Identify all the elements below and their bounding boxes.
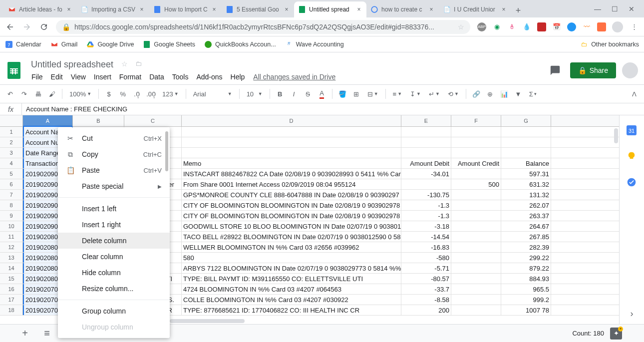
cell[interactable]: TACO BELL #28922 BLOOMINGTON IN Date 02/… — [182, 232, 401, 242]
cell[interactable]: Amount Credit — [451, 158, 501, 168]
cell[interactable] — [451, 169, 501, 179]
cell[interactable]: -3.18 — [401, 221, 451, 231]
cell[interactable]: 282.39 — [501, 242, 551, 252]
account-avatar[interactable] — [622, 62, 638, 78]
font-dropdown[interactable]: Arial▼ — [190, 90, 235, 98]
row-header[interactable]: 2 — [0, 137, 23, 147]
add-sheet-button[interactable]: + — [18, 327, 32, 341]
ctx-clear-column[interactable]: Clear column — [58, 249, 170, 265]
col-header-d[interactable]: D — [182, 115, 401, 126]
bookmark-drive[interactable]: Google Drive — [86, 40, 134, 48]
decrease-decimal-button[interactable]: .0̩ — [131, 88, 143, 100]
cell[interactable]: 263.37 — [501, 211, 551, 221]
col-header-f[interactable]: F — [451, 115, 501, 126]
ctx-paste[interactable]: 📋PasteCtrl+V — [58, 162, 170, 178]
menu-help[interactable]: Help — [227, 71, 249, 83]
vertical-scrollbar[interactable] — [614, 128, 618, 143]
row-header[interactable]: 16 — [0, 284, 23, 294]
ctx-hide-column[interactable]: Hide column — [58, 265, 170, 281]
cell[interactable] — [451, 232, 501, 242]
menu-addons[interactable]: Add-ons — [193, 71, 226, 83]
fx-label[interactable]: fx — [0, 103, 22, 115]
star-button[interactable]: ☆ — [121, 60, 130, 69]
moz-icon[interactable]: 〰 — [582, 22, 591, 31]
pdf-icon[interactable] — [537, 22, 546, 31]
cell[interactable]: GPS*MONROE COUNTY CLE 888-6047888 IN Dat… — [182, 190, 401, 200]
row-header[interactable]: 1 — [0, 127, 23, 137]
cell[interactable]: CITY OF BLOOMINGTON BLOOMINGTON IN Date … — [182, 211, 401, 221]
hubspot-icon[interactable] — [597, 22, 606, 31]
close-button[interactable]: ✕ — [628, 5, 635, 12]
cell[interactable] — [451, 190, 501, 200]
link-button[interactable]: 🔗 — [470, 88, 482, 100]
menu-format[interactable]: Format — [116, 71, 145, 83]
cell[interactable] — [451, 127, 501, 137]
cell[interactable] — [451, 274, 501, 284]
browser-tab[interactable]: 5 Essential Goo× — [222, 1, 294, 17]
close-icon[interactable]: × — [283, 6, 290, 13]
hide-side-panel-button[interactable]: › — [631, 309, 634, 319]
close-icon[interactable]: × — [211, 6, 218, 13]
bookmark-wave[interactable]: 〃Wave Accounting — [285, 40, 344, 48]
row-header[interactable]: 17 — [0, 295, 23, 305]
cell[interactable] — [401, 137, 451, 147]
row-header[interactable]: 11 — [0, 232, 23, 242]
cell[interactable] — [451, 242, 501, 252]
cell[interactable]: WELLMER BLOOMINGTON IN %% Card 03 #2656 … — [182, 242, 401, 252]
currency-button[interactable]: $ — [103, 88, 115, 100]
cell[interactable] — [401, 127, 451, 137]
font-size-dropdown[interactable]: 10▼ — [244, 90, 266, 98]
increase-decimal-button[interactable]: .00̩ — [145, 88, 157, 100]
row-header[interactable]: 6 — [0, 179, 23, 189]
ctx-resize-column[interactable]: Resize column... — [58, 281, 170, 297]
cell[interactable] — [451, 305, 501, 315]
menu-data[interactable]: Data — [146, 71, 168, 83]
cell[interactable] — [451, 221, 501, 231]
row-header[interactable]: 4 — [0, 158, 23, 168]
ctx-insert-left[interactable]: Insert 1 left — [58, 201, 170, 217]
abp-icon[interactable]: ABP — [477, 22, 486, 31]
other-bookmarks[interactable]: 🗀Other bookmarks — [580, 40, 639, 48]
bookmark-quickbooks[interactable]: QuickBooks Accoun... — [204, 40, 276, 48]
sheets-logo[interactable] — [4, 60, 24, 80]
italic-button[interactable]: I — [288, 88, 300, 100]
cell[interactable]: -14.54 — [401, 232, 451, 242]
rotate-button[interactable]: ⟲ ▼ — [445, 90, 462, 98]
grammarly-icon[interactable]: ◉ — [492, 22, 501, 31]
url-input[interactable]: 🔒 https://docs.google.com/spreadsheets/d… — [56, 20, 470, 34]
cell[interactable]: -16.83 — [401, 242, 451, 252]
fill-color-button[interactable]: 🪣 — [336, 88, 348, 100]
cell[interactable] — [451, 253, 501, 263]
cell[interactable]: -34.01 — [401, 169, 451, 179]
cell[interactable] — [451, 263, 501, 273]
forward-button[interactable] — [22, 22, 32, 32]
row-header[interactable]: 18 — [0, 305, 23, 315]
cell[interactable]: GOODWILL STORE 10 BLOO BLOOMINGTON IN Da… — [182, 221, 401, 231]
cell[interactable]: 267.85 — [501, 232, 551, 242]
cell[interactable]: -8.58 — [401, 295, 451, 305]
selection-count[interactable]: Count: 180 — [572, 330, 604, 337]
ctx-paste-special[interactable]: Paste special▶ — [58, 178, 170, 194]
cell[interactable] — [401, 148, 451, 158]
browser-tab[interactable]: Article Ideas - fo× — [4, 1, 76, 17]
menu-view[interactable]: View — [67, 71, 89, 83]
cell[interactable]: Memo — [182, 158, 401, 168]
cell[interactable] — [451, 284, 501, 294]
redo-button[interactable]: ↷ — [18, 88, 30, 100]
cell[interactable]: -1.3 — [401, 211, 451, 221]
cell[interactable]: 580 — [182, 253, 401, 263]
ctx-insert-right[interactable]: Insert 1 right — [58, 217, 170, 233]
cell[interactable]: -1.3 — [401, 200, 451, 210]
h-align-button[interactable]: ≡ ▼ — [390, 90, 405, 98]
menu-insert[interactable]: Insert — [90, 71, 115, 83]
keep-side-icon[interactable] — [627, 151, 638, 162]
close-icon[interactable]: × — [65, 6, 72, 13]
strikethrough-button[interactable]: S — [302, 88, 314, 100]
close-icon[interactable]: × — [428, 6, 435, 13]
cell[interactable] — [182, 148, 401, 158]
ctx-copy[interactable]: ⧉CopyCtrl+C — [58, 146, 170, 162]
share-button[interactable]: 🔒Share — [570, 62, 616, 78]
profile-avatar[interactable] — [612, 21, 623, 32]
browser-tab[interactable]: 📄I U Credit Unior× — [439, 1, 511, 17]
comments-button[interactable] — [546, 61, 564, 79]
